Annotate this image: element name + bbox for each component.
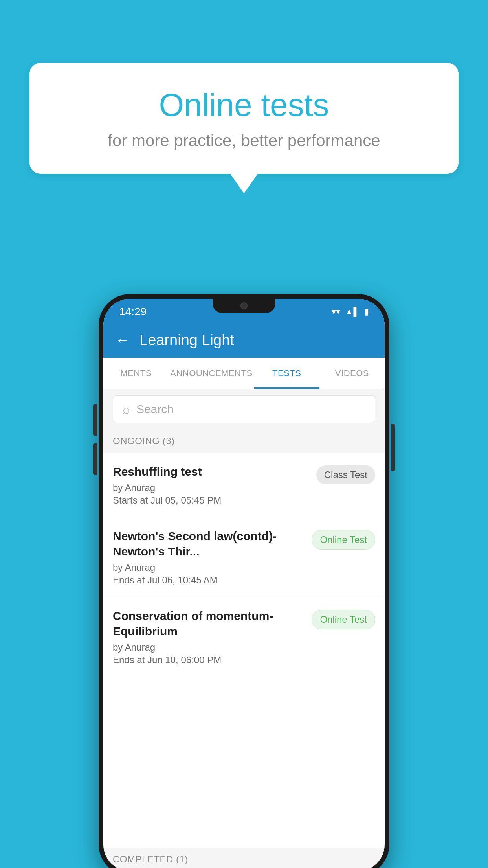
test-info: Newton's Second law(contd)-Newton's Thir…: [113, 528, 305, 586]
test-name: Reshuffling test: [113, 464, 310, 479]
phone-volume-down-button: [93, 443, 97, 475]
tab-videos[interactable]: VIDEOS: [319, 358, 385, 389]
speech-bubble-container: Online tests for more practice, better p…: [29, 63, 459, 193]
phone-volume-up-button: [93, 404, 97, 436]
test-item[interactable]: Newton's Second law(contd)-Newton's Thir…: [103, 517, 385, 597]
wifi-icon: ▾▾: [332, 307, 340, 317]
signal-icon: ▲▌: [345, 307, 360, 317]
battery-icon: ▮: [364, 307, 369, 317]
completed-section-header: COMPLETED (1): [103, 848, 385, 868]
test-badge-online: Online Test: [312, 530, 375, 550]
phone-screen: 14:29 ▾▾ ▲▌ ▮ ← Learning Light MENTS ANN…: [103, 299, 385, 868]
phone-power-button: [391, 424, 395, 471]
test-item[interactable]: Reshuffling test by Anurag Starts at Jul…: [103, 453, 385, 517]
search-box[interactable]: ⌕ Search: [113, 395, 375, 423]
app-header: ← Learning Light: [103, 322, 385, 358]
test-author: by Anurag: [113, 482, 310, 493]
test-item[interactable]: Conservation of momentum-Equilibrium by …: [103, 597, 385, 677]
test-info: Conservation of momentum-Equilibrium by …: [113, 608, 305, 666]
test-author: by Anurag: [113, 642, 305, 653]
test-date: Ends at Jun 10, 06:00 PM: [113, 655, 305, 666]
status-time: 14:29: [119, 305, 147, 318]
search-container: ⌕ Search: [103, 389, 385, 429]
test-date: Starts at Jul 05, 05:45 PM: [113, 495, 310, 506]
phone-frame: 14:29 ▾▾ ▲▌ ▮ ← Learning Light MENTS ANN…: [99, 294, 389, 868]
tab-ments[interactable]: MENTS: [103, 358, 169, 389]
test-date: Ends at Jul 06, 10:45 AM: [113, 575, 305, 586]
back-button[interactable]: ←: [115, 332, 130, 349]
search-icon: ⌕: [123, 402, 130, 417]
tab-announcements[interactable]: ANNOUNCEMENTS: [169, 358, 254, 389]
tab-tests[interactable]: TESTS: [254, 358, 319, 389]
search-input[interactable]: Search: [136, 403, 174, 416]
front-camera: [240, 302, 248, 309]
test-name: Conservation of momentum-Equilibrium: [113, 608, 305, 639]
phone-notch: [213, 299, 275, 313]
speech-bubble-arrow: [230, 174, 258, 193]
test-author: by Anurag: [113, 562, 305, 573]
app-title: Learning Light: [139, 332, 234, 349]
test-badge-online-2: Online Test: [312, 610, 375, 629]
tabs-bar: MENTS ANNOUNCEMENTS TESTS VIDEOS: [103, 358, 385, 389]
test-list: Reshuffling test by Anurag Starts at Jul…: [103, 453, 385, 677]
status-icons: ▾▾ ▲▌ ▮: [332, 307, 369, 317]
bubble-title: Online tests: [61, 86, 427, 123]
test-name: Newton's Second law(contd)-Newton's Thir…: [113, 528, 305, 559]
test-info: Reshuffling test by Anurag Starts at Jul…: [113, 464, 310, 506]
bubble-subtitle: for more practice, better performance: [61, 131, 427, 150]
speech-bubble: Online tests for more practice, better p…: [29, 63, 459, 174]
test-badge-class: Class Test: [316, 465, 375, 484]
ongoing-section-header: ONGOING (3): [103, 429, 385, 453]
